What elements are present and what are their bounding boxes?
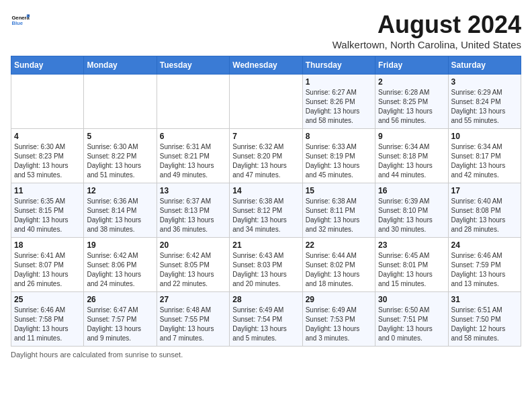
title-area: August 2024 Walkertown, North Carolina, … bbox=[332, 11, 521, 50]
day-number: 9 bbox=[378, 132, 445, 141]
day-info: Sunrise: 6:30 AM Sunset: 8:22 PM Dayligh… bbox=[87, 142, 153, 180]
calendar-header-saturday: Saturday bbox=[448, 56, 521, 75]
day-number: 10 bbox=[451, 132, 518, 141]
calendar-cell: 13Sunrise: 6:37 AM Sunset: 8:13 PM Dayli… bbox=[157, 183, 229, 238]
day-number: 15 bbox=[306, 186, 372, 195]
day-info: Sunrise: 6:28 AM Sunset: 8:25 PM Dayligh… bbox=[378, 88, 445, 126]
day-info: Sunrise: 6:30 AM Sunset: 8:23 PM Dayligh… bbox=[14, 142, 81, 180]
day-info: Sunrise: 6:48 AM Sunset: 7:55 PM Dayligh… bbox=[160, 306, 226, 343]
day-info: Sunrise: 6:33 AM Sunset: 8:19 PM Dayligh… bbox=[306, 142, 372, 180]
day-number: 6 bbox=[160, 132, 226, 141]
day-number: 8 bbox=[306, 132, 372, 141]
calendar-header-tuesday: Tuesday bbox=[157, 56, 229, 75]
day-info: Sunrise: 6:49 AM Sunset: 7:54 PM Dayligh… bbox=[232, 306, 299, 343]
day-info: Sunrise: 6:31 AM Sunset: 8:21 PM Dayligh… bbox=[160, 142, 226, 180]
calendar-cell: 10Sunrise: 6:34 AM Sunset: 8:17 PM Dayli… bbox=[448, 129, 521, 183]
calendar-cell: 21Sunrise: 6:43 AM Sunset: 8:03 PM Dayli… bbox=[230, 238, 302, 292]
calendar-body: 1Sunrise: 6:27 AM Sunset: 8:26 PM Daylig… bbox=[11, 75, 521, 347]
calendar-cell: 16Sunrise: 6:39 AM Sunset: 8:10 PM Dayli… bbox=[375, 183, 448, 238]
calendar-cell: 30Sunrise: 6:50 AM Sunset: 7:51 PM Dayli… bbox=[375, 292, 448, 347]
day-number: 24 bbox=[451, 240, 518, 250]
day-number: 28 bbox=[232, 295, 299, 304]
calendar-cell: 12Sunrise: 6:36 AM Sunset: 8:14 PM Dayli… bbox=[84, 183, 157, 238]
calendar-week-5: 25Sunrise: 6:46 AM Sunset: 7:58 PM Dayli… bbox=[11, 292, 521, 347]
calendar-cell: 14Sunrise: 6:38 AM Sunset: 8:12 PM Dayli… bbox=[230, 183, 302, 238]
day-number: 16 bbox=[378, 186, 445, 195]
day-number: 17 bbox=[451, 186, 518, 195]
calendar-cell: 27Sunrise: 6:48 AM Sunset: 7:55 PM Dayli… bbox=[157, 292, 229, 347]
footer-note: Daylight hours are calculated from sunri… bbox=[11, 351, 183, 359]
calendar-cell bbox=[84, 75, 157, 129]
calendar-cell: 11Sunrise: 6:35 AM Sunset: 8:15 PM Dayli… bbox=[11, 183, 84, 238]
calendar-header-thursday: Thursday bbox=[302, 56, 375, 75]
month-title: August 2024 bbox=[332, 11, 521, 39]
calendar-cell: 22Sunrise: 6:44 AM Sunset: 8:02 PM Dayli… bbox=[302, 238, 375, 292]
day-info: Sunrise: 6:49 AM Sunset: 7:53 PM Dayligh… bbox=[306, 306, 372, 343]
calendar-cell: 5Sunrise: 6:30 AM Sunset: 8:22 PM Daylig… bbox=[84, 129, 157, 183]
day-info: Sunrise: 6:45 AM Sunset: 8:01 PM Dayligh… bbox=[378, 251, 445, 289]
day-number: 30 bbox=[378, 295, 445, 304]
day-number: 25 bbox=[14, 295, 81, 304]
logo-icon: General Blue bbox=[11, 11, 30, 30]
day-info: Sunrise: 6:42 AM Sunset: 8:06 PM Dayligh… bbox=[87, 251, 153, 289]
calendar-cell: 8Sunrise: 6:33 AM Sunset: 8:19 PM Daylig… bbox=[302, 129, 375, 183]
day-info: Sunrise: 6:38 AM Sunset: 8:12 PM Dayligh… bbox=[232, 197, 299, 234]
calendar-cell: 3Sunrise: 6:29 AM Sunset: 8:24 PM Daylig… bbox=[448, 75, 521, 129]
day-number: 29 bbox=[306, 295, 372, 304]
day-info: Sunrise: 6:51 AM Sunset: 7:50 PM Dayligh… bbox=[451, 306, 518, 343]
day-info: Sunrise: 6:43 AM Sunset: 8:03 PM Dayligh… bbox=[232, 251, 299, 289]
day-info: Sunrise: 6:39 AM Sunset: 8:10 PM Dayligh… bbox=[378, 197, 445, 234]
day-number: 12 bbox=[87, 186, 153, 195]
day-number: 18 bbox=[14, 240, 81, 250]
calendar-cell bbox=[11, 75, 84, 129]
day-number: 2 bbox=[378, 77, 445, 87]
calendar-cell: 1Sunrise: 6:27 AM Sunset: 8:26 PM Daylig… bbox=[302, 75, 375, 129]
day-number: 3 bbox=[451, 77, 518, 87]
day-number: 23 bbox=[378, 240, 445, 250]
calendar-cell: 23Sunrise: 6:45 AM Sunset: 8:01 PM Dayli… bbox=[375, 238, 448, 292]
calendar-week-3: 11Sunrise: 6:35 AM Sunset: 8:15 PM Dayli… bbox=[11, 183, 521, 238]
day-number: 27 bbox=[160, 295, 226, 304]
calendar-cell: 2Sunrise: 6:28 AM Sunset: 8:25 PM Daylig… bbox=[375, 75, 448, 129]
calendar-week-1: 1Sunrise: 6:27 AM Sunset: 8:26 PM Daylig… bbox=[11, 75, 521, 129]
day-info: Sunrise: 6:42 AM Sunset: 8:05 PM Dayligh… bbox=[160, 251, 226, 289]
day-number: 1 bbox=[306, 77, 372, 87]
page-header: General Blue August 2024 Walkertown, Nor… bbox=[11, 11, 521, 50]
day-number: 26 bbox=[87, 295, 153, 304]
day-info: Sunrise: 6:29 AM Sunset: 8:24 PM Dayligh… bbox=[451, 88, 518, 126]
day-number: 22 bbox=[306, 240, 372, 250]
calendar-cell: 26Sunrise: 6:47 AM Sunset: 7:57 PM Dayli… bbox=[84, 292, 157, 347]
day-info: Sunrise: 6:47 AM Sunset: 7:57 PM Dayligh… bbox=[87, 306, 153, 343]
day-info: Sunrise: 6:44 AM Sunset: 8:02 PM Dayligh… bbox=[306, 251, 372, 289]
day-number: 11 bbox=[14, 186, 81, 195]
calendar-header-friday: Friday bbox=[375, 56, 448, 75]
day-number: 20 bbox=[160, 240, 226, 250]
calendar-cell: 17Sunrise: 6:40 AM Sunset: 8:08 PM Dayli… bbox=[448, 183, 521, 238]
location: Walkertown, North Carolina, United State… bbox=[332, 39, 521, 50]
calendar-header-row: SundayMondayTuesdayWednesdayThursdayFrid… bbox=[11, 56, 521, 75]
calendar-cell: 6Sunrise: 6:31 AM Sunset: 8:21 PM Daylig… bbox=[157, 129, 229, 183]
day-info: Sunrise: 6:35 AM Sunset: 8:15 PM Dayligh… bbox=[14, 197, 81, 234]
day-info: Sunrise: 6:34 AM Sunset: 8:18 PM Dayligh… bbox=[378, 142, 445, 180]
day-info: Sunrise: 6:36 AM Sunset: 8:14 PM Dayligh… bbox=[87, 197, 153, 234]
calendar-cell bbox=[157, 75, 229, 129]
calendar-cell: 24Sunrise: 6:46 AM Sunset: 7:59 PM Dayli… bbox=[448, 238, 521, 292]
day-number: 13 bbox=[160, 186, 226, 195]
day-info: Sunrise: 6:41 AM Sunset: 8:07 PM Dayligh… bbox=[14, 251, 81, 289]
calendar-cell: 7Sunrise: 6:32 AM Sunset: 8:20 PM Daylig… bbox=[230, 129, 302, 183]
calendar-week-2: 4Sunrise: 6:30 AM Sunset: 8:23 PM Daylig… bbox=[11, 129, 521, 183]
day-number: 19 bbox=[87, 240, 153, 250]
day-number: 4 bbox=[14, 132, 81, 141]
day-info: Sunrise: 6:32 AM Sunset: 8:20 PM Dayligh… bbox=[232, 142, 299, 180]
calendar-table: SundayMondayTuesdayWednesdayThursdayFrid… bbox=[11, 56, 521, 347]
calendar-header-monday: Monday bbox=[84, 56, 157, 75]
day-number: 5 bbox=[87, 132, 153, 141]
calendar-cell bbox=[230, 75, 302, 129]
day-info: Sunrise: 6:50 AM Sunset: 7:51 PM Dayligh… bbox=[378, 306, 445, 343]
day-number: 7 bbox=[232, 132, 299, 141]
logo: General Blue bbox=[11, 11, 32, 30]
calendar-cell: 15Sunrise: 6:38 AM Sunset: 8:11 PM Dayli… bbox=[302, 183, 375, 238]
calendar-header-sunday: Sunday bbox=[11, 56, 84, 75]
day-number: 31 bbox=[451, 295, 518, 304]
calendar-cell: 31Sunrise: 6:51 AM Sunset: 7:50 PM Dayli… bbox=[448, 292, 521, 347]
